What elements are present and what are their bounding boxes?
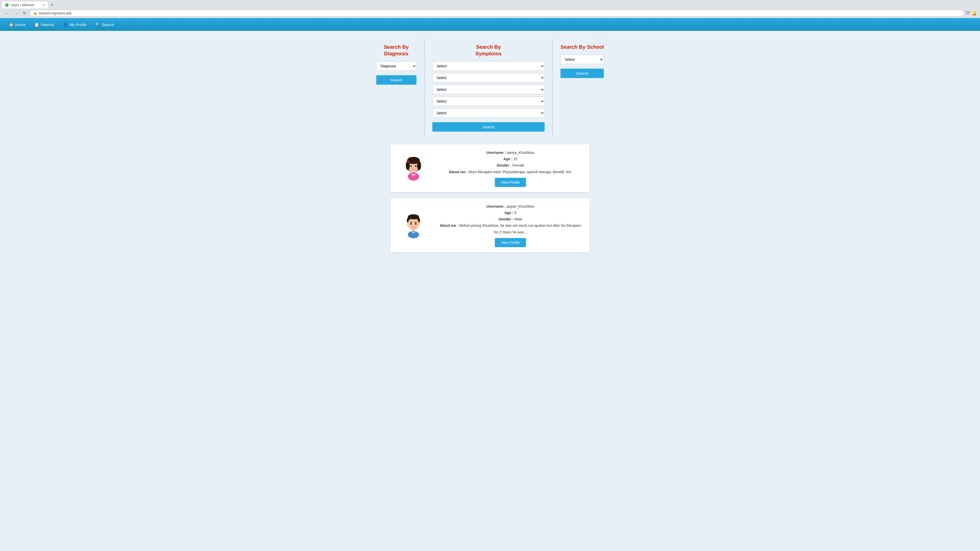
nav-home[interactable]: 🏠 Home <box>5 20 29 29</box>
symptoms-search-button[interactable]: Search <box>432 122 545 132</box>
svg-point-12 <box>415 168 418 169</box>
profile-icon: 👤 <box>63 22 68 27</box>
avatar-area-1 <box>398 153 429 183</box>
svg-point-19 <box>418 222 420 225</box>
school-select[interactable]: Select <box>560 55 604 64</box>
boy-avatar <box>399 211 428 239</box>
age-2: Age : 8 <box>439 210 582 216</box>
svg-point-8 <box>411 165 412 166</box>
svg-point-21 <box>415 223 417 224</box>
url-text: measmi.org/users.php <box>39 11 960 15</box>
svg-point-14 <box>408 172 419 181</box>
user-info-2: Username : aayan_Khushboo Age : 8 Gender… <box>439 203 582 247</box>
tab-favicon <box>5 3 9 7</box>
school-search-button[interactable]: Search <box>560 68 604 78</box>
svg-point-6 <box>410 165 412 167</box>
search-panel: Search ByDiagnosis Diagnosis ADHD Autism… <box>5 38 975 137</box>
nav-search[interactable]: 🔍 Search <box>92 20 118 29</box>
svg-point-7 <box>415 165 417 167</box>
user-card-2: Username : aayan_Khushboo Age : 8 Gender… <box>390 198 590 252</box>
username-2: Username : aayan_Khushboo <box>439 203 582 210</box>
nav-reports[interactable]: 📋 Reports <box>30 20 58 29</box>
search-by-school-section: Search By School Select Search <box>553 38 611 137</box>
search-by-diagnosis-section: Search ByDiagnosis Diagnosis ADHD Autism… <box>369 38 425 137</box>
search-by-symptoms-section: Search BySymptoms Select Select Select S… <box>425 38 553 137</box>
user-info-1: Username : aanya_Khushboo Age : 15 Gende… <box>439 149 582 187</box>
tab-bar: Users | MeAsmi ✕ + <box>0 0 980 8</box>
symptom-select-4[interactable]: Select <box>432 97 545 106</box>
username-1: Username : aanya_Khushboo <box>439 149 582 156</box>
tab-close-button[interactable]: ✕ <box>42 3 45 7</box>
avatar-area-2 <box>398 210 429 241</box>
about-2: About me : Before joining Khushboo, he w… <box>439 222 582 235</box>
notification-icon: 🔔 <box>972 11 977 16</box>
age-1: Age : 15 <box>439 156 582 162</box>
home-icon: 🏠 <box>9 22 14 27</box>
svg-point-11 <box>409 168 411 169</box>
shield-icon: 🛡 <box>966 11 970 16</box>
symptom-select-3[interactable]: Select <box>432 85 545 94</box>
url-box[interactable]: 🔒 measmi.org/users.php <box>30 10 964 16</box>
gender-1: Gender : Female <box>439 162 582 168</box>
new-tab-button[interactable]: + <box>49 2 55 8</box>
svg-point-18 <box>407 222 409 225</box>
address-bar: ← → ↻ 🔒 measmi.org/users.php 🛡 🔔 <box>0 8 980 18</box>
svg-point-20 <box>410 223 412 224</box>
tab-title: Users | MeAsmi <box>11 3 34 7</box>
svg-point-9 <box>416 165 416 166</box>
diagnosis-title: Search ByDiagnosis <box>376 44 417 57</box>
symptoms-title: Search BySymptoms <box>432 44 545 57</box>
about-1: About me : More therapies tried: Physiot… <box>439 169 582 175</box>
school-title: Search By School <box>560 44 604 50</box>
active-tab[interactable]: Users | MeAsmi ✕ <box>2 2 48 8</box>
svg-point-23 <box>416 223 416 224</box>
search-nav-icon: 🔍 <box>95 22 100 27</box>
svg-point-10 <box>413 168 414 168</box>
gender-2: Gender : Male <box>439 216 582 222</box>
diagnosis-search-button[interactable]: Search <box>376 75 417 85</box>
nav-home-label: Home <box>15 22 25 27</box>
diagnosis-select[interactable]: Diagnosis ADHD Autism Dyslexia <box>376 62 417 71</box>
symptom-select-2[interactable]: Select <box>432 73 545 83</box>
svg-point-17 <box>408 214 419 219</box>
back-button[interactable]: ← <box>3 11 10 16</box>
navbar: 🏠 Home 📋 Reports 👤 My Profile 🔍 Search <box>0 18 980 31</box>
symptom-select-5[interactable]: Select <box>432 108 545 118</box>
reports-icon: 📋 <box>34 22 39 27</box>
nav-my-profile[interactable]: 👤 My Profile <box>59 20 90 29</box>
girl-avatar <box>399 154 428 182</box>
view-profile-button-2[interactable]: View Profile <box>495 238 526 247</box>
browser-chrome: Users | MeAsmi ✕ + ← → ↻ 🔒 measmi.org/us… <box>0 0 980 18</box>
view-profile-button-1[interactable]: View Profile <box>495 178 526 187</box>
nav-profile-label: My Profile <box>70 22 87 27</box>
svg-point-16 <box>408 218 419 230</box>
svg-point-24 <box>413 225 414 226</box>
extension-icons: 🛡 🔔 <box>966 11 977 16</box>
nav-reports-label: Reports <box>41 22 54 27</box>
user-card-1: Username : aanya_Khushboo Age : 15 Gende… <box>390 144 590 192</box>
svg-point-22 <box>411 223 412 224</box>
forward-button[interactable]: → <box>12 11 19 16</box>
nav-search-label: Search <box>102 22 114 27</box>
main-content: Search ByDiagnosis Diagnosis ADHD Autism… <box>0 31 980 266</box>
refresh-button[interactable]: ↻ <box>21 10 28 16</box>
symptom-select-1[interactable]: Select <box>432 62 545 71</box>
lock-icon: 🔒 <box>33 11 37 15</box>
